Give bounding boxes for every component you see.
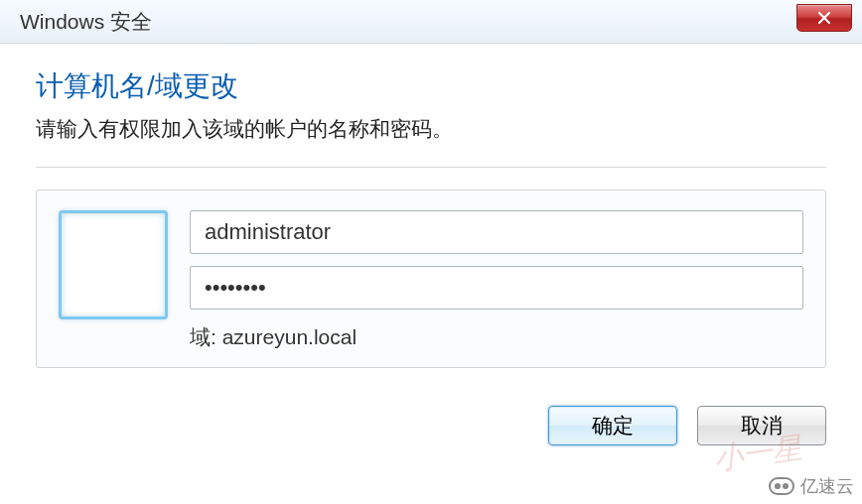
dialog-heading: 计算机名/域更改 (36, 67, 826, 105)
dialog-subheading: 请输入有权限加入该域的帐户的名称和密码。 (36, 115, 826, 143)
window-title: Windows 安全 (20, 8, 152, 36)
user-avatar-icon (59, 210, 168, 319)
close-button[interactable] (796, 4, 852, 32)
divider (36, 167, 826, 168)
close-icon (817, 11, 831, 25)
dialog-buttons: 确定 取消 (0, 380, 862, 445)
titlebar: Windows 安全 (0, 0, 862, 44)
watermark-text: 亿速云 (800, 474, 854, 498)
username-input[interactable] (190, 210, 803, 254)
ok-button[interactable]: 确定 (548, 406, 677, 445)
credential-fields: 域: azureyun.local (190, 210, 803, 351)
cancel-button[interactable]: 取消 (697, 406, 826, 445)
domain-label: 域: azureyun.local (190, 323, 803, 351)
credentials-panel: 域: azureyun.local (36, 189, 826, 368)
dialog-content: 计算机名/域更改 请输入有权限加入该域的帐户的名称和密码。 域: azureyu… (0, 44, 862, 380)
password-input[interactable] (190, 266, 803, 310)
cloud-icon (769, 477, 794, 495)
corner-watermark: 亿速云 (769, 474, 854, 498)
